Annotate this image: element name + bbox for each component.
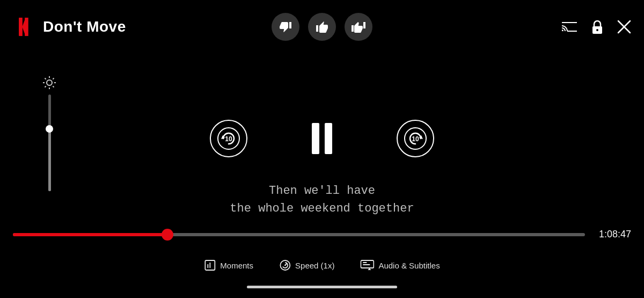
brightness-icon <box>42 75 57 90</box>
thumbs-up-icon <box>316 20 328 33</box>
header-right-controls <box>561 19 631 35</box>
speed-button[interactable]: Speed (1x) <box>279 259 334 271</box>
speed-label: Speed (1x) <box>295 261 334 270</box>
progress-fill <box>13 233 167 236</box>
close-icon <box>617 20 631 34</box>
moments-label: Moments <box>220 261 253 270</box>
svg-rect-1 <box>19 18 23 36</box>
center-controls: 10 10 <box>210 120 434 157</box>
svg-text:10: 10 <box>412 135 419 143</box>
pause-button[interactable] <box>312 123 332 154</box>
rewind-button[interactable]: 10 <box>210 120 247 157</box>
audio-icon <box>360 260 374 271</box>
close-button[interactable] <box>617 20 631 34</box>
audio-subtitles-button[interactable]: Audio & Subtitles <box>360 260 440 271</box>
svg-rect-28 <box>361 260 374 268</box>
pause-bar-right <box>325 123 332 154</box>
thumbs-down-button[interactable] <box>272 13 299 41</box>
header-center-buttons <box>272 13 372 41</box>
time-display: 1:08:47 <box>594 229 631 240</box>
logo-area: Don't Move <box>13 16 126 38</box>
moments-icon <box>204 259 216 271</box>
thumbs-down-icon <box>279 20 292 33</box>
progress-track[interactable] <box>13 233 585 236</box>
double-thumbs-up-button[interactable] <box>345 13 372 41</box>
bottom-controls: Moments Speed (1x) Audio & Subtitles <box>204 259 440 271</box>
netflix-logo-icon <box>13 16 34 38</box>
progress-area: 1:08:47 <box>0 229 644 240</box>
subtitle-area: Then we'll have the whole weekend togeth… <box>230 182 414 217</box>
double-thumbs-up-icon <box>351 20 366 33</box>
header: Don't Move <box>0 0 644 54</box>
bottom-scrollbar[interactable] <box>247 286 397 288</box>
forward-button[interactable]: 10 <box>397 120 434 157</box>
lock-icon <box>590 19 604 35</box>
svg-point-27 <box>284 265 286 266</box>
bottom-scrollbar-thumb <box>247 286 397 288</box>
progress-thumb[interactable] <box>162 229 173 241</box>
brightness-track[interactable] <box>48 95 51 191</box>
svg-point-4 <box>596 29 598 31</box>
speed-icon <box>279 259 291 271</box>
svg-text:10: 10 <box>225 135 232 143</box>
svg-line-12 <box>45 78 46 79</box>
thumbs-up-button[interactable] <box>308 13 336 41</box>
cast-button[interactable] <box>561 20 577 34</box>
audio-label: Audio & Subtitles <box>378 261 440 270</box>
subtitle-line2: the whole weekend together <box>230 200 414 217</box>
rewind-icon: 10 <box>217 127 240 150</box>
svg-rect-2 <box>25 18 28 36</box>
forward-icon: 10 <box>404 127 427 150</box>
svg-point-7 <box>47 80 52 85</box>
cast-icon <box>561 20 577 34</box>
subtitle-line1: Then we'll have <box>230 182 414 200</box>
brightness-fill <box>48 128 51 191</box>
brightness-area <box>42 75 57 191</box>
pause-bar-left <box>312 123 319 154</box>
svg-line-14 <box>53 78 54 79</box>
title-text: Don't Move <box>43 18 126 35</box>
brightness-thumb <box>46 125 53 133</box>
svg-line-15 <box>45 86 46 87</box>
moments-button[interactable]: Moments <box>204 259 253 271</box>
lock-button[interactable] <box>590 19 604 35</box>
svg-line-13 <box>53 86 54 87</box>
